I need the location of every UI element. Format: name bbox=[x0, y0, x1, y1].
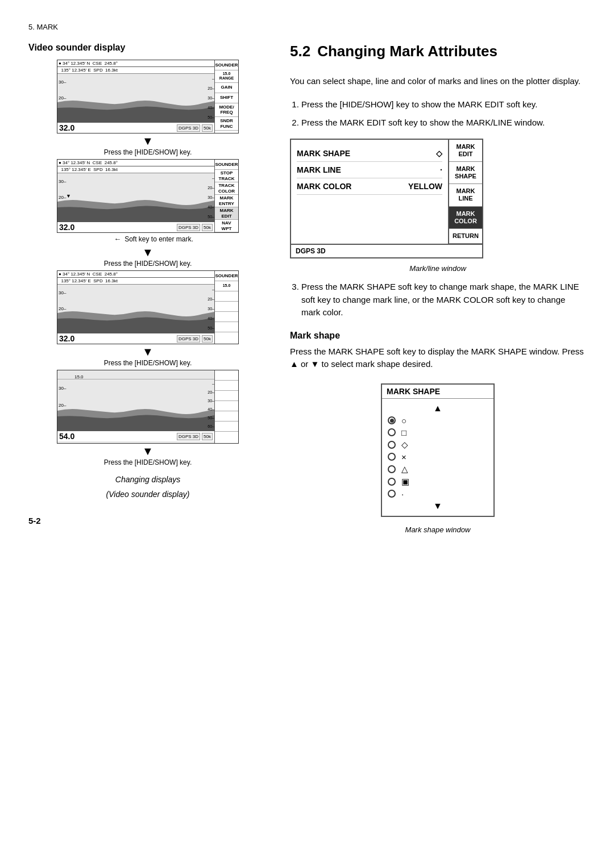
left-column: Video sounder display ● 34° 12.345' N CS… bbox=[28, 43, 267, 534]
speed-2: 50k bbox=[202, 224, 213, 231]
sounder-display-3: ● 34° 12.345' N CSE 245.8° 135° 12.345' … bbox=[57, 271, 214, 344]
mark-shape-caption: Mark shape window bbox=[290, 525, 586, 534]
sounder-btn-d4[interactable] bbox=[215, 401, 238, 411]
arrow-2: ▼ bbox=[142, 247, 154, 258]
sounder-btn-mark-entry-2[interactable]: MARKENTRY bbox=[215, 195, 238, 207]
mark-shape-window-box: MARK SHAPE ▲ ○ □ bbox=[381, 383, 495, 517]
sidebar-btn-mark-edit[interactable]: MARK EDIT bbox=[449, 140, 482, 162]
sounder-btn-mode-1[interactable]: MODE/FREQ bbox=[215, 103, 238, 117]
sounder-btn-sndr-1[interactable]: SNDRFUNC bbox=[215, 117, 238, 131]
sounder-btn-a4[interactable] bbox=[215, 370, 238, 381]
sounder-btn-mark-edit-2[interactable]: MARKEDIT bbox=[215, 207, 238, 220]
softkey-arrow: ← bbox=[114, 235, 121, 243]
mark-color-label: MARK COLOR bbox=[297, 182, 351, 191]
page-container: 5. MARK Video sounder display ● 34° 12.3… bbox=[0, 0, 614, 557]
sounder-panel-1: ● 34° 12.345' N CSE 245.8° 135° 12.345' … bbox=[57, 60, 239, 133]
sounder-btn-c4[interactable] bbox=[215, 391, 238, 401]
top-label: 5. MARK bbox=[28, 23, 586, 31]
coords2-1: 135° 12.345' E SPD 16.3kt bbox=[59, 68, 118, 73]
sounder-value-4: 54.0 bbox=[59, 432, 74, 441]
sounder-btn-stop-2[interactable]: STOPTRACK bbox=[215, 170, 238, 182]
coords-2: ● 34° 12.345' N CSE 245.8° bbox=[59, 160, 118, 165]
sounder-top-bar-1: ● 34° 12.345' N CSE 245.8° bbox=[57, 60, 214, 67]
sounder-btn-nav-2[interactable]: NAVWPT bbox=[215, 220, 238, 232]
step3-container: Press the MARK SHAPE soft key to change … bbox=[290, 281, 586, 319]
sounder-btn-e4[interactable] bbox=[215, 411, 238, 422]
sounder-bottom-4: 54.0 DGPS 3D 50k bbox=[57, 431, 214, 441]
arrow-down-shape: ▼ bbox=[388, 500, 488, 512]
sounder-panel-4: 15.0 30–20–10– –20–30–40–50–60– bbox=[57, 370, 239, 444]
shape-row-4: △ bbox=[388, 463, 488, 475]
mark-shape-section: Mark shape Press the MARK SHAPE soft key… bbox=[290, 331, 586, 534]
shape-icon-dot: · bbox=[401, 489, 404, 499]
sounder-sidebar-2: SOUNDER STOPTRACK TRACKCOLOR MARKENTRY M… bbox=[214, 160, 238, 232]
sounder-btn-gain-1[interactable]: GAIN bbox=[215, 83, 238, 93]
sounder-btn-sounder-2[interactable]: SOUNDER bbox=[215, 160, 238, 170]
sounder-value-1: 32.0 bbox=[59, 123, 74, 132]
mark-line-window: MARK SHAPE ◇ MARK LINE · MARK COLOR YELL… bbox=[290, 139, 483, 259]
sounder-top-bar-1b: 135° 12.345' E SPD 16.3kt bbox=[57, 67, 214, 74]
section-title: Changing Mark Attributes bbox=[317, 43, 497, 60]
speed-3: 50k bbox=[202, 335, 213, 343]
sounder-btn-b3[interactable] bbox=[215, 291, 238, 302]
softkey-note: ← Soft key to enter mark. bbox=[114, 235, 193, 243]
arrow-4: ▼ bbox=[142, 445, 154, 457]
sounder-btn-b4[interactable] bbox=[215, 381, 238, 391]
shape-icon-circle: ○ bbox=[401, 416, 406, 425]
sounder-btn-e3[interactable] bbox=[215, 322, 238, 332]
step-1: Press the [HIDE/SHOW] key to show the MA… bbox=[301, 98, 586, 111]
radio-6 bbox=[388, 490, 396, 498]
sounder-btn-d3[interactable] bbox=[215, 312, 238, 322]
mark-shape-row: MARK SHAPE ◇ bbox=[297, 145, 442, 162]
mark-shape-window-title: MARK SHAPE bbox=[382, 385, 493, 399]
radio-3 bbox=[388, 453, 396, 461]
sounder-top-bar-3: ● 34° 12.345' N CSE 245.8° bbox=[57, 271, 214, 278]
mark-shape-window-body: ▲ ○ □ bbox=[382, 399, 493, 516]
coords-3: ● 34° 12.345' N CSE 245.8° bbox=[59, 272, 118, 277]
sounder-panel-2: ● 34° 12.345' N CSE 245.8° 135° 12.345' … bbox=[57, 159, 239, 233]
arrow-label-2: Press the [HIDE/SHOW] key. bbox=[104, 260, 192, 268]
sounder-display-1: ● 34° 12.345' N CSE 245.8° 135° 12.345' … bbox=[57, 60, 214, 133]
sidebar-btn-mark-color[interactable]: MARK COLOR bbox=[449, 207, 482, 229]
sounder-wave-4: 30–20–10– –20–30–40–50–60– bbox=[57, 379, 214, 431]
mark-shape-text: Press the MARK SHAPE soft key to display… bbox=[290, 345, 586, 371]
sounder-sidebar-4 bbox=[214, 370, 238, 443]
sounder-bottom-1: 32.0 DGPS 3D 50k bbox=[57, 122, 214, 133]
sounder-display-4: 15.0 30–20–10– –20–30–40–50–60– bbox=[57, 370, 214, 443]
mark-shape-label: MARK SHAPE bbox=[297, 149, 350, 158]
mark-color-value: YELLOW bbox=[408, 182, 442, 191]
sidebar-btn-return[interactable]: RETURN bbox=[449, 229, 482, 244]
sounder-value-3: 32.0 bbox=[59, 334, 74, 343]
sounder-btn-range-3[interactable]: 15.0 bbox=[215, 281, 238, 291]
two-column-layout: Video sounder display ● 34° 12.345' N CS… bbox=[28, 43, 586, 534]
softkey-text: Soft key to enter mark. bbox=[125, 235, 193, 243]
wave-svg-4 bbox=[57, 379, 214, 431]
shape-row-5: ▣ bbox=[388, 475, 488, 488]
radio-4 bbox=[388, 465, 396, 473]
mark-line-window-container: MARK SHAPE ◇ MARK LINE · MARK COLOR YELL… bbox=[290, 139, 586, 273]
mark-line-sidebar: MARK EDIT MARK SHAPE MARK LINE MARK COLO… bbox=[448, 140, 482, 244]
sounder-btn-track-2[interactable]: TRACKCOLOR bbox=[215, 182, 238, 195]
sounder-bottom-2: 32.0 DGPS 3D 50k bbox=[57, 222, 214, 232]
sounder-wave-2: 30–20–10– ▼ –20–30–40–50– bbox=[57, 173, 214, 222]
sounder-btn-c3[interactable] bbox=[215, 302, 238, 312]
range-ticks-2: –20–30–40–50– bbox=[203, 173, 214, 222]
sounder-top-bar-2b: 135° 12.345' E SPD 16.3kt bbox=[57, 166, 214, 173]
mark-shape-title: Mark shape bbox=[290, 331, 586, 341]
sidebar-btn-mark-line[interactable]: MARK LINE bbox=[449, 184, 482, 206]
coords2-3: 135° 12.345' E SPD 16.3kt bbox=[59, 278, 118, 283]
sounder-btn-f4[interactable] bbox=[215, 422, 238, 432]
range-ticks-1: –20–30–40–50– bbox=[203, 74, 214, 122]
sidebar-btn-mark-shape[interactable]: MARK SHAPE bbox=[449, 162, 482, 184]
sounder-btn-range-1[interactable]: 15.0RANGE bbox=[215, 70, 238, 83]
mark-line-content: MARK SHAPE ◇ MARK LINE · MARK COLOR YELL… bbox=[291, 140, 448, 244]
arrow-label-1: Press the [HIDE/SHOW] key. bbox=[104, 148, 192, 156]
sounder-btn-shift-1[interactable]: SHIFT bbox=[215, 93, 238, 103]
arrow-3: ▼ bbox=[142, 346, 154, 357]
sounder-btn-sounder-3[interactable]: SOUNDER bbox=[215, 271, 238, 281]
sounder-btn-sounder-1[interactable]: SOUNDER bbox=[215, 60, 238, 70]
window-caption: Mark/line window bbox=[290, 264, 586, 273]
caption-line2: (Video sounder display) bbox=[28, 490, 267, 499]
sounder-wave-1: 30–20–10– –20–30–40–50– bbox=[57, 74, 214, 122]
arrow-1: ▼ bbox=[142, 135, 154, 147]
